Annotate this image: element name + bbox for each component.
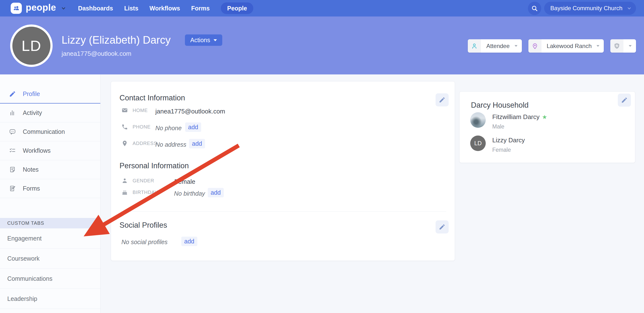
sidebar-item-coursework[interactable]: Coursework — [0, 248, 100, 269]
sidebar-item-label: Activity — [23, 109, 42, 116]
person-icon — [122, 178, 128, 184]
sidebar-item-profile[interactable]: Profile — [0, 84, 100, 104]
row-label: ADDRESS — [132, 140, 157, 146]
mail-icon — [122, 107, 128, 114]
sidebar-item-activity[interactable]: Activity — [0, 104, 100, 122]
household-member-lizzy[interactable]: LD Lizzy Darcy Female — [470, 136, 525, 153]
chevron-down-icon — [629, 45, 632, 47]
sidebar-item-label: Communication — [23, 128, 65, 135]
sidebar-item-label: Workflows — [23, 147, 51, 154]
add-social-link[interactable]: add — [181, 237, 197, 246]
header-badges: Attendee Lakewood Ranch — [468, 39, 636, 52]
person-email: janea1775@outlook.com — [62, 50, 131, 58]
home-email-value: janea1775@outlook.com — [155, 108, 225, 115]
birthday-empty-value: No birthday — [174, 190, 205, 197]
member-name: Lizzy Darcy — [492, 136, 525, 144]
sidebar-item-leadership[interactable]: Leadership — [0, 289, 100, 309]
brand-name: people — [26, 3, 56, 14]
birthday-cake-icon — [122, 189, 128, 196]
sidebar-item-workflows[interactable]: Workflows — [0, 141, 100, 160]
pencil-icon — [9, 90, 16, 98]
add-birthday-link[interactable]: add — [208, 188, 224, 197]
personal-row-birthday: BIRTHDAY — [122, 189, 158, 196]
chevron-down-icon — [626, 5, 632, 11]
org-switcher[interactable]: Bayside Community Church — [544, 2, 636, 15]
sidebar-item-communication[interactable]: Communication — [0, 122, 100, 141]
nav-forms[interactable]: Forms — [191, 5, 210, 12]
bar-chart-icon — [9, 109, 16, 116]
campus-dropdown[interactable]: Lakewood Ranch — [528, 39, 604, 52]
membership-label: Attendee — [481, 43, 514, 50]
permissions-dropdown[interactable] — [610, 39, 636, 52]
chevron-down-icon — [596, 45, 600, 47]
actions-label: Actions — [190, 36, 210, 44]
contact-row-phone: PHONE — [122, 124, 150, 130]
section-divider — [120, 212, 446, 212]
personal-row-gender: GENDER — [122, 178, 154, 184]
avatar: LD — [10, 24, 52, 67]
primary-nav: Dashboards Lists Workflows Forms People — [78, 0, 253, 16]
edit-contact-button[interactable] — [436, 93, 449, 106]
edit-social-button[interactable] — [436, 220, 449, 234]
row-label: PHONE — [132, 124, 150, 130]
profile-sidebar: Profile Activity Communication Workflo — [0, 74, 100, 313]
chat-bubble-icon — [9, 128, 16, 135]
sidebar-item-label: Profile — [23, 90, 40, 98]
chevron-down-icon — [60, 5, 67, 12]
contact-row-address: ADDRESS — [122, 140, 157, 147]
location-pin-icon — [528, 39, 542, 52]
phone-empty-value: No phone — [155, 124, 182, 132]
search-button[interactable] — [528, 2, 541, 15]
phone-icon — [122, 124, 128, 130]
actions-button[interactable]: Actions — [185, 34, 222, 46]
sidebar-item-label: Forms — [23, 185, 40, 192]
nav-dashboards[interactable]: Dashboards — [78, 5, 113, 12]
primary-contact-star-icon: ★ — [542, 114, 547, 120]
sidebar-item-forms[interactable]: Forms — [0, 179, 100, 198]
navbar-right: Bayside Community Church — [528, 0, 636, 16]
pencil-icon — [439, 224, 446, 230]
avatar: LD — [470, 136, 486, 151]
contact-row-home: HOME — [122, 107, 148, 114]
profile-card: Contact Information HOME janea1775@outlo… — [111, 81, 455, 261]
nav-workflows[interactable]: Workflows — [150, 5, 180, 12]
nav-lists[interactable]: Lists — [124, 5, 138, 12]
avatar — [470, 112, 486, 128]
sidebar-spacer — [0, 198, 100, 218]
row-label: GENDER — [132, 178, 154, 184]
sidebar-item-communications[interactable]: Communications — [0, 269, 100, 289]
pencil-icon — [621, 97, 628, 104]
membership-dropdown[interactable]: Attendee — [468, 39, 522, 52]
pencil-icon — [439, 96, 446, 103]
member-name: Fitzwilliam Darcy★ — [492, 113, 547, 121]
org-name: Bayside Community Church — [550, 5, 622, 12]
sidebar-item-engagement[interactable]: Engagement — [0, 228, 100, 248]
top-navbar: people Dashboards Lists Workflows Forms … — [0, 0, 644, 16]
sidebar-item-label: Notes — [23, 166, 38, 173]
shield-icon — [610, 39, 624, 52]
checklist-icon — [9, 147, 16, 154]
location-pin-icon — [122, 140, 128, 147]
app-switcher[interactable]: people — [11, 0, 67, 16]
person-outline-icon — [468, 39, 481, 52]
gender-value: Female — [174, 178, 195, 186]
form-icon — [9, 185, 16, 192]
person-header: LD Lizzy (Elizabeth) Darcy janea1775@out… — [0, 16, 644, 74]
edit-household-button[interactable] — [618, 94, 631, 107]
section-title-contact: Contact Information — [120, 94, 185, 102]
add-phone-link[interactable]: add — [185, 122, 201, 132]
household-title: Darcy Household — [471, 101, 529, 110]
chevron-down-icon — [514, 45, 518, 47]
household-member-fitzwilliam[interactable]: Fitzwilliam Darcy★ Male — [470, 112, 547, 130]
people-logo-icon — [11, 3, 22, 14]
sidebar-item-notes[interactable]: Notes — [0, 160, 100, 179]
address-empty-value: No address — [155, 141, 186, 148]
nav-people[interactable]: People — [221, 2, 253, 14]
household-card: Darcy Household Fitzwilliam Darcy★ Male … — [459, 92, 635, 163]
custom-tabs-header: CUSTOM TABS — [0, 218, 100, 228]
row-label: BIRTHDAY — [132, 190, 158, 195]
section-title-social: Social Profiles — [120, 221, 167, 230]
member-gender: Male — [492, 124, 547, 130]
add-address-link[interactable]: add — [189, 139, 205, 148]
row-label: HOME — [132, 108, 148, 113]
